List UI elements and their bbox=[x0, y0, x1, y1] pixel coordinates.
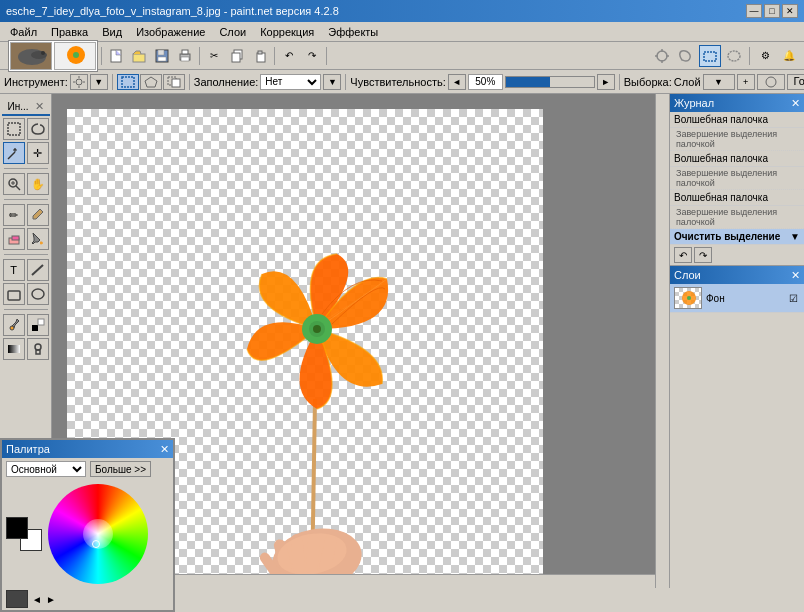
journal-close[interactable]: ✕ bbox=[791, 97, 800, 110]
journal-item-1[interactable]: Волшебная палочка bbox=[670, 112, 804, 128]
journal-item-3[interactable]: Волшебная палочка bbox=[670, 190, 804, 206]
sensitivity-label: Чувствительность: bbox=[350, 76, 445, 88]
journal-item-clear[interactable]: Очистить выделение ▼ bbox=[670, 229, 804, 245]
svg-point-25 bbox=[728, 51, 740, 61]
title-bar: esche_7_idey_dlya_foto_v_instagram_8.jpg… bbox=[0, 0, 804, 22]
thumbnail-bird[interactable] bbox=[10, 42, 52, 70]
sensitivity-increase[interactable]: ► bbox=[597, 74, 615, 90]
svg-line-47 bbox=[32, 265, 43, 275]
selection-section: Выборка: Слой ▼ + Готово bbox=[624, 74, 804, 90]
toolbar-redo[interactable]: ↷ bbox=[301, 45, 323, 67]
tool-panel-close[interactable]: ✕ bbox=[35, 100, 44, 113]
tool-eraser[interactable] bbox=[3, 228, 25, 250]
tool-pencil[interactable]: ✏ bbox=[3, 204, 25, 226]
layer-item-background[interactable]: Фон ☑ bbox=[670, 284, 804, 313]
tool-recolor[interactable] bbox=[27, 314, 49, 336]
menu-layers[interactable]: Слои bbox=[213, 24, 252, 40]
menu-image[interactable]: Изображение bbox=[130, 24, 211, 40]
menu-file[interactable]: Файл bbox=[4, 24, 43, 40]
toolbar-rect-select-icon[interactable] bbox=[699, 45, 721, 67]
thumbnail-orange[interactable] bbox=[54, 42, 96, 70]
tool-clone-stamp[interactable] bbox=[27, 338, 49, 360]
tool-magic-wand-selector[interactable] bbox=[70, 74, 88, 90]
toolbar-lasso-icon[interactable] bbox=[675, 45, 697, 67]
ready-button[interactable]: Готово bbox=[787, 74, 804, 90]
toolbar-ellipse-select-icon[interactable] bbox=[723, 45, 745, 67]
palette-title: Палитра bbox=[6, 443, 50, 455]
toolbar-notification[interactable]: 🔔 bbox=[778, 45, 800, 67]
palette-swatch-dark[interactable] bbox=[6, 590, 28, 608]
toolbar-print[interactable] bbox=[174, 45, 196, 67]
tool-brush[interactable] bbox=[27, 204, 49, 226]
maximize-button[interactable]: □ bbox=[764, 4, 780, 18]
palette-prev-arrow[interactable]: ◄ bbox=[32, 594, 42, 605]
palette-toolbar: Основной Больше >> bbox=[2, 458, 173, 480]
tool-ellipse[interactable] bbox=[27, 283, 49, 305]
select-rect-btn[interactable] bbox=[117, 74, 139, 90]
toolbar-cut[interactable]: ✂ bbox=[203, 45, 225, 67]
tool-line[interactable] bbox=[27, 259, 49, 281]
minimize-button[interactable]: — bbox=[746, 4, 762, 18]
menu-edit[interactable]: Правка bbox=[45, 24, 94, 40]
tool-gradient[interactable] bbox=[3, 338, 25, 360]
close-button[interactable]: ✕ bbox=[782, 4, 798, 18]
tool-shape[interactable] bbox=[3, 283, 25, 305]
vertical-scrollbar[interactable] bbox=[655, 94, 669, 588]
toolbar-separator-5 bbox=[749, 47, 750, 65]
fill-dropdown-arrow[interactable]: ▼ bbox=[323, 74, 341, 90]
toolbar-new[interactable] bbox=[105, 45, 127, 67]
svg-rect-11 bbox=[158, 57, 166, 61]
palette-close[interactable]: ✕ bbox=[160, 443, 169, 456]
sensitivity-decrease[interactable]: ◄ bbox=[448, 74, 466, 90]
menu-effects[interactable]: Эффекты bbox=[322, 24, 384, 40]
menu-view[interactable]: Вид bbox=[96, 24, 128, 40]
toolbar-settings[interactable]: ⚙ bbox=[754, 45, 776, 67]
journal-item-2[interactable]: Волшебная палочка bbox=[670, 151, 804, 167]
tool-rectangle-select[interactable] bbox=[3, 118, 25, 140]
svg-point-49 bbox=[32, 289, 44, 299]
svg-point-3 bbox=[41, 51, 45, 55]
palette-mode-dropdown[interactable]: Основной bbox=[6, 461, 86, 477]
svg-rect-36 bbox=[8, 123, 20, 135]
foreground-color-swatch[interactable] bbox=[6, 517, 28, 539]
toolbar-magic-wand-icon[interactable] bbox=[651, 45, 673, 67]
journal-undo-btn[interactable]: ↶ bbox=[674, 247, 692, 263]
layer-visibility-toggle[interactable]: ☑ bbox=[786, 291, 800, 305]
palette-next-arrow[interactable]: ► bbox=[46, 594, 56, 605]
svg-rect-55 bbox=[36, 350, 40, 354]
toolbar-copy[interactable] bbox=[226, 45, 248, 67]
tool-text[interactable]: T bbox=[3, 259, 25, 281]
select-mode-btn[interactable] bbox=[163, 74, 185, 90]
selection-subtract[interactable] bbox=[757, 74, 785, 90]
sensitivity-input[interactable] bbox=[468, 74, 503, 90]
tool-hand[interactable]: ✋ bbox=[27, 173, 49, 195]
journal-redo-btn[interactable]: ↷ bbox=[694, 247, 712, 263]
tool-lasso[interactable] bbox=[27, 118, 49, 140]
toolbar-save[interactable] bbox=[151, 45, 173, 67]
tool-fill[interactable] bbox=[27, 228, 49, 250]
tool-move[interactable]: ✛ bbox=[27, 142, 49, 164]
tool-dropdown-arrow[interactable]: ▼ bbox=[90, 74, 108, 90]
instrument-bar: Инструмент: ▼ Заполнение: Нет Заливка ▼ … bbox=[0, 70, 804, 94]
menu-correction[interactable]: Коррекция bbox=[254, 24, 320, 40]
tool-zoom[interactable] bbox=[3, 173, 25, 195]
window-title: esche_7_idey_dlya_foto_v_instagram_8.jpg… bbox=[6, 5, 746, 17]
color-wheel-cursor bbox=[92, 540, 100, 548]
sensitivity-slider[interactable] bbox=[505, 76, 595, 88]
tool-magic-wand[interactable] bbox=[3, 142, 25, 164]
tool-eyedropper[interactable] bbox=[3, 314, 25, 336]
svg-rect-18 bbox=[258, 51, 262, 54]
selection-add[interactable]: + bbox=[737, 74, 755, 90]
toolbar-open[interactable] bbox=[128, 45, 150, 67]
toolbar-separator-2 bbox=[199, 47, 200, 65]
layers-close[interactable]: ✕ bbox=[791, 269, 800, 282]
palette-more-button[interactable]: Больше >> bbox=[90, 461, 151, 477]
toolbar-paste[interactable] bbox=[249, 45, 271, 67]
select-shape-btn[interactable] bbox=[140, 74, 162, 90]
tool-row-6: T bbox=[3, 259, 49, 281]
selection-dropdown[interactable]: ▼ bbox=[703, 74, 735, 90]
toolbar-undo[interactable]: ↶ bbox=[278, 45, 300, 67]
fill-dropdown[interactable]: Нет Заливка bbox=[260, 74, 321, 90]
svg-rect-13 bbox=[182, 50, 188, 54]
color-wheel[interactable] bbox=[48, 484, 148, 584]
